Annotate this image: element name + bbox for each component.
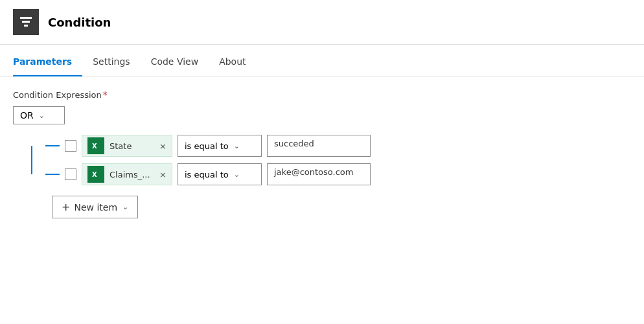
value-field-2[interactable]: jake@contoso.com [267,163,371,185]
or-dropdown[interactable]: OR ⌄ [13,106,65,124]
header: Condition [0,0,644,45]
connector-line-2 [45,174,60,175]
page-title: Condition [48,16,111,29]
field-pill-claims: X Claims_... × [82,163,172,185]
remove-claims-icon[interactable]: × [159,170,167,179]
remove-state-icon[interactable]: × [159,141,167,151]
operator-label-1: is equal to [185,141,229,151]
condition-checkbox-2[interactable] [65,168,76,180]
condition-checkbox-1[interactable] [65,140,76,152]
field-name-state: State [109,141,155,151]
connector-line-1 [45,145,60,146]
svg-rect-0 [20,17,32,19]
operator-label-2: is equal to [185,170,229,179]
field-name-claims: Claims_... [109,170,155,179]
operator-chevron-2: ⌄ [234,170,240,179]
conditions-area: X State × is equal to ⌄ succeded [13,135,631,185]
svg-text:X: X [92,171,97,178]
value-text-2: jake@contoso.com [274,167,353,177]
tab-about[interactable]: About [209,47,256,76]
new-item-area: + New item ⌄ [52,196,631,218]
tab-parameters[interactable]: Parameters [13,47,82,76]
excel-icon-2: X [87,166,104,183]
svg-rect-2 [24,25,28,27]
tab-codeview[interactable]: Code View [141,47,209,76]
condition-row-1: X State × is equal to ⌄ succeded [45,135,631,157]
or-label: OR [20,110,34,121]
tabs-nav: Parameters Settings Code View About [0,47,644,76]
new-item-button[interactable]: + New item ⌄ [52,196,138,218]
chevron-down-icon: ⌄ [39,111,45,120]
new-item-label: New item [74,202,117,213]
value-text-1: succeded [274,139,314,148]
svg-rect-1 [22,21,30,23]
expression-label-row: Condition Expression* [13,89,631,100]
operator-chevron-1: ⌄ [234,142,240,150]
operator-dropdown-1[interactable]: is equal to ⌄ [178,135,262,157]
condition-row-2: X Claims_... × is equal to ⌄ jake@contos… [45,163,631,185]
plus-icon: + [62,201,70,213]
new-item-chevron-icon: ⌄ [122,203,128,211]
expression-label: Condition Expression [13,90,102,100]
svg-text:X: X [92,143,97,150]
header-icon [13,9,39,35]
condition-rows: X State × is equal to ⌄ succeded [45,135,631,185]
content-area: Condition Expression* OR ⌄ X State × [0,76,644,231]
value-field-1[interactable]: succeded [267,135,371,157]
operator-dropdown-2[interactable]: is equal to ⌄ [178,163,262,185]
required-marker: * [103,89,108,100]
field-pill-state: X State × [82,135,172,157]
tab-settings[interactable]: Settings [82,47,140,76]
excel-icon-1: X [87,137,104,154]
